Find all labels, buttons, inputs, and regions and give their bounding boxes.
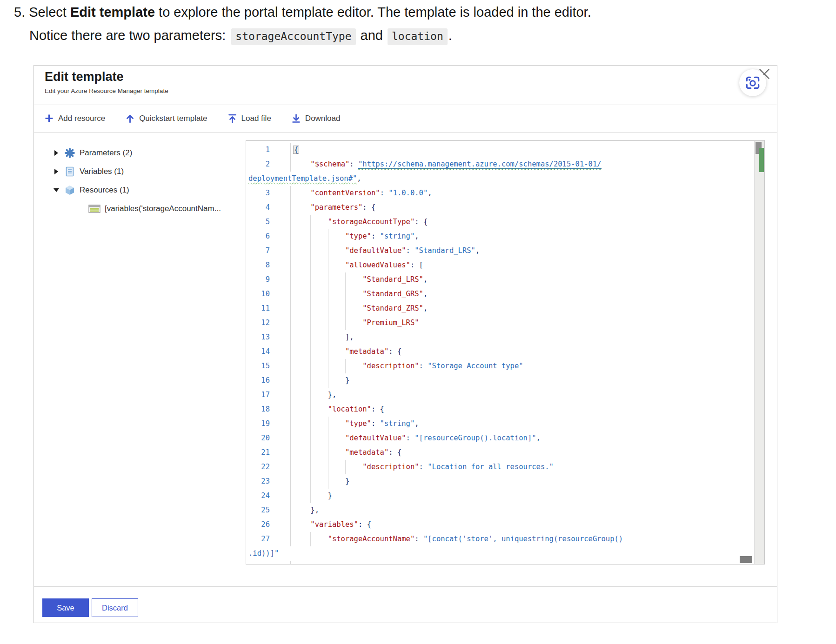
code-text: } (290, 561, 754, 564)
code-line: 4"parameters": { (246, 200, 754, 215)
chevron-right-icon[interactable] (53, 150, 60, 156)
indent-guide (293, 244, 310, 258)
code-token: "defaultValue" (345, 246, 406, 255)
indent-guide (328, 287, 345, 301)
line-number: 4 (246, 200, 290, 215)
code-line: 1{ (246, 143, 754, 157)
code-line: 23} (246, 474, 754, 489)
code-token: , (423, 304, 428, 312)
horizontal-scrollbar-thumb[interactable] (740, 556, 752, 563)
step-number: 5. (14, 5, 25, 20)
code-rows: 1{2"$schema": "https://schema.management… (246, 143, 754, 564)
code-text: } (290, 489, 754, 503)
code-token: , (423, 290, 428, 298)
line-number: 18 (246, 402, 290, 417)
line-number: 27 (246, 532, 290, 546)
code-line: 8"allowedValues": [ (246, 258, 754, 272)
line-number: 28 (246, 561, 290, 564)
instruction-text: to explore the portal template editor. T… (155, 5, 591, 20)
indent-guide (345, 460, 362, 474)
indent-guide (328, 460, 345, 474)
indent-guide (293, 287, 310, 301)
code-token: "[resourceGroup().location]" (415, 434, 536, 442)
code-text: ], (290, 330, 754, 345)
inline-code-location: location (388, 28, 448, 45)
code-line: 2"$schema": "https://schema.management.a… (246, 157, 754, 172)
line-number: 14 (246, 345, 290, 359)
code-token: , (428, 189, 432, 197)
code-token: "defaultValue" (345, 434, 406, 442)
indent-guide (310, 402, 328, 417)
code-line: 26"variables": { (246, 518, 754, 532)
indent-guide (293, 388, 310, 402)
code-text: "$schema": "https://schema.management.az… (290, 157, 754, 172)
indent-guide (293, 157, 310, 172)
code-token: "string" (380, 232, 415, 240)
code-text: } (290, 474, 754, 489)
vertical-scrollbar[interactable] (754, 141, 764, 564)
indent-guide (293, 402, 310, 417)
code-token: "metadata" (345, 448, 388, 457)
indent-guide (345, 301, 362, 316)
code-token: "allowedValues" (345, 261, 410, 269)
tree-item-resources-1[interactable]: Resources (1) (53, 181, 244, 199)
code-token: "parameters" (310, 203, 362, 212)
footer-divider (34, 586, 777, 587)
toolbar-button-add-resource[interactable]: Add resource (45, 114, 105, 123)
code-line: 19"type": "string", (246, 417, 754, 431)
code-line: 17}, (246, 388, 754, 402)
indent-guide (293, 258, 310, 272)
tree-item-parameters-2[interactable]: Parameters (2) (53, 144, 244, 162)
code-token: } (310, 564, 314, 564)
download-icon (292, 114, 301, 123)
tree-item-variables-storageaccountnam[interactable]: [variables('storageAccountNam... (53, 199, 244, 218)
indent-guide (293, 345, 310, 359)
indent-guide (310, 373, 328, 388)
indent-guide (310, 388, 328, 402)
code-token: }, (310, 506, 319, 514)
code-token: : (415, 535, 423, 543)
code-line: 15"description": "Storage Account type" (246, 359, 754, 373)
indent-guide (293, 503, 310, 518)
code-text: { (290, 143, 754, 157)
code-text: "description": "Storage Account type" (290, 359, 754, 373)
code-line: 27"storageAccountName": "[concat('store'… (246, 532, 754, 546)
indent-guide (310, 474, 328, 489)
code-editor[interactable]: 1{2"$schema": "https://schema.management… (246, 140, 765, 564)
code-token: "contentVersion" (310, 189, 380, 197)
code-token: } (345, 477, 349, 485)
toolbar-button-download[interactable]: Download (292, 114, 341, 123)
instruction-step: 5. Select Edit template to explore the p… (14, 3, 591, 45)
chevron-right-icon[interactable] (53, 169, 60, 174)
indent-guide (310, 532, 328, 546)
code-text: "Premium_LRS" (290, 316, 754, 330)
indent-guide (328, 258, 345, 272)
indent-guide (310, 258, 328, 272)
toolbar-button-quickstart-template[interactable]: Quickstart template (126, 114, 207, 123)
code-token: "Standard_GRS" (362, 290, 423, 298)
discard-button[interactable]: Discard (92, 598, 138, 617)
save-button[interactable]: Save (42, 598, 89, 617)
tree-item-variables-1[interactable]: Variables (1) (53, 162, 244, 181)
code-token: "1.0.0.0" (388, 189, 428, 197)
code-text: "allowedValues": [ (290, 258, 754, 272)
code-line: 16} (246, 373, 754, 388)
code-text: "variables": { (290, 518, 754, 532)
code-token: , (415, 232, 419, 240)
code-line: 6"type": "string", (246, 229, 754, 244)
toolbar-button-load-file[interactable]: Load file (228, 114, 271, 123)
arrow-up-icon (126, 114, 134, 123)
line-number: 2 (246, 157, 290, 172)
code-line: 13], (246, 330, 754, 345)
chevron-down-icon[interactable] (53, 188, 60, 192)
code-token: , (357, 174, 361, 183)
indent-guide (293, 431, 310, 445)
code-text: "parameters": { (290, 200, 754, 215)
code-token: "storageAccountName" (328, 535, 415, 543)
template-tree: Parameters (2)Variables (1)Resources (1)… (53, 144, 244, 218)
code-token: "type" (345, 232, 371, 240)
code-line: 11"Standard_ZRS", (246, 301, 754, 316)
code-token: : (419, 463, 428, 471)
instruction-text: . (448, 28, 452, 43)
code-token: : { (388, 448, 401, 457)
